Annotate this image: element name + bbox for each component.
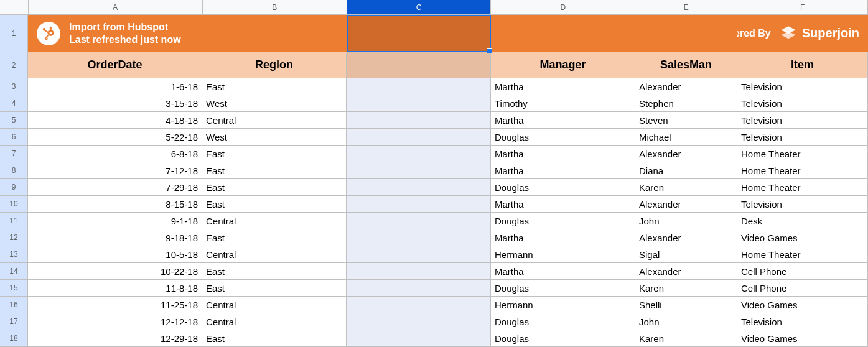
row-header-4[interactable]: 4 (0, 95, 28, 112)
cell[interactable]: Television (737, 196, 868, 213)
cell[interactable]: Television (737, 95, 868, 112)
cell[interactable]: Martha (491, 112, 635, 129)
col-header-F[interactable]: F (737, 0, 868, 15)
row-header-15[interactable]: 15 (0, 280, 28, 297)
col-header-E[interactable]: E (635, 0, 737, 15)
cell[interactable]: East (202, 179, 347, 196)
cell[interactable] (347, 129, 491, 146)
cell[interactable]: East (202, 146, 347, 162)
cell[interactable]: 10-22-18 (28, 263, 202, 280)
cell[interactable]: 7-12-18 (28, 162, 202, 179)
cell[interactable]: Sigal (635, 246, 737, 263)
cell[interactable]: John (635, 213, 737, 229)
cell[interactable]: Steven (635, 112, 737, 129)
cell[interactable]: Video Games (737, 330, 868, 347)
row-header-9[interactable]: 9 (0, 179, 28, 196)
cell[interactable]: Television (737, 313, 868, 330)
cell[interactable]: Stephen (635, 95, 737, 112)
cell[interactable]: Douglas (491, 313, 635, 330)
col-header-B[interactable]: B (203, 0, 347, 15)
header-B[interactable]: Region (202, 52, 347, 78)
cell[interactable]: Martha (491, 78, 635, 95)
cell[interactable]: 11-8-18 (28, 280, 202, 297)
row-header-14[interactable]: 14 (0, 263, 28, 280)
row-header-2[interactable]: 2 (0, 52, 28, 78)
cell[interactable]: Karen (635, 179, 737, 196)
cell[interactable]: East (202, 330, 347, 347)
cell[interactable]: Home Theater (737, 179, 868, 196)
header-F[interactable]: Item (737, 52, 868, 78)
cell[interactable] (347, 280, 491, 297)
cell[interactable]: Central (202, 213, 347, 229)
cell[interactable] (347, 229, 491, 246)
cell[interactable]: Television (737, 78, 868, 95)
cell[interactable] (347, 330, 491, 347)
col-header-A[interactable]: A (29, 0, 203, 15)
cell[interactable] (347, 196, 491, 213)
cell[interactable]: East (202, 78, 347, 95)
cell[interactable]: Home Theater (737, 162, 868, 179)
row-header-3[interactable]: 3 (0, 78, 28, 95)
grid[interactable]: Import from HubspotLast refreshed just n… (28, 15, 868, 347)
row-header-8[interactable]: 8 (0, 162, 28, 179)
row-header-13[interactable]: 13 (0, 246, 28, 263)
cell[interactable]: Video Games (737, 229, 868, 246)
header-C[interactable] (347, 52, 491, 78)
cell[interactable]: East (202, 280, 347, 297)
cell[interactable] (347, 78, 491, 95)
row-header-5[interactable]: 5 (0, 112, 28, 129)
cell[interactable]: John (635, 313, 737, 330)
cell[interactable]: Diana (635, 162, 737, 179)
row-header-18[interactable]: 18 (0, 330, 28, 347)
cell[interactable]: 7-29-18 (28, 179, 202, 196)
cell[interactable]: 6-8-18 (28, 146, 202, 162)
cell[interactable]: Desk (737, 213, 868, 229)
row-header-7[interactable]: 7 (0, 146, 28, 162)
cell[interactable]: East (202, 229, 347, 246)
cell[interactable]: 5-22-18 (28, 129, 202, 146)
header-A[interactable]: OrderDate (28, 52, 202, 78)
cell[interactable] (347, 179, 491, 196)
header-E[interactable]: SalesMan (635, 52, 737, 78)
col-header-D[interactable]: D (491, 0, 635, 15)
cell[interactable]: West (202, 129, 347, 146)
cell[interactable]: 9-18-18 (28, 229, 202, 246)
cell[interactable] (347, 15, 491, 52)
cell[interactable]: West (202, 95, 347, 112)
cell[interactable]: Martha (491, 229, 635, 246)
cell[interactable]: 12-12-18 (28, 313, 202, 330)
cell[interactable]: Hermann (491, 297, 635, 313)
cell[interactable]: Central (202, 246, 347, 263)
cell[interactable]: Martha (491, 196, 635, 213)
cell[interactable]: Douglas (491, 129, 635, 146)
row-header-1[interactable]: 1 (0, 15, 28, 52)
cell[interactable] (347, 112, 491, 129)
cell[interactable]: Douglas (491, 213, 635, 229)
cell[interactable]: East (202, 263, 347, 280)
cell[interactable]: Alexander (635, 78, 737, 95)
cell[interactable]: 8-15-18 (28, 196, 202, 213)
cell[interactable] (347, 146, 491, 162)
cell[interactable]: Douglas (491, 179, 635, 196)
cell[interactable] (347, 213, 491, 229)
cell[interactable]: Timothy (491, 95, 635, 112)
cell[interactable]: Karen (635, 330, 737, 347)
cell[interactable]: Video Games (737, 297, 868, 313)
cell[interactable] (347, 297, 491, 313)
cell[interactable] (347, 246, 491, 263)
cell[interactable]: Alexander (635, 146, 737, 162)
cell[interactable] (347, 95, 491, 112)
cell[interactable]: Central (202, 313, 347, 330)
cell[interactable]: Television (737, 112, 868, 129)
row-header-10[interactable]: 10 (0, 196, 28, 213)
cell[interactable]: 9-1-18 (28, 213, 202, 229)
cell[interactable]: Douglas (491, 330, 635, 347)
cell[interactable]: 12-29-18 (28, 330, 202, 347)
cell[interactable]: Cell Phone (737, 280, 868, 297)
cell[interactable]: East (202, 196, 347, 213)
cell[interactable]: Martha (491, 146, 635, 162)
cell[interactable]: Home Theater (737, 146, 868, 162)
cell[interactable] (347, 313, 491, 330)
cell[interactable] (347, 162, 491, 179)
col-header-C[interactable]: C (347, 0, 492, 15)
